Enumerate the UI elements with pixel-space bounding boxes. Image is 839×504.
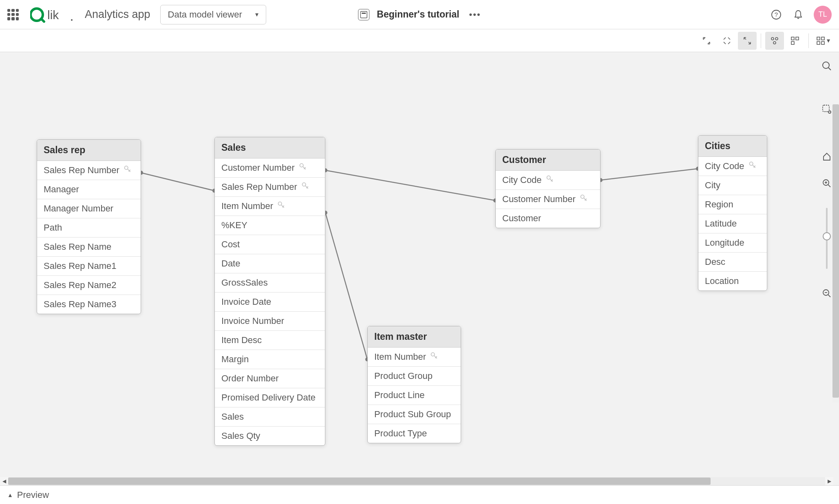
expand-all-icon[interactable] [738, 32, 757, 50]
field-row[interactable]: Item Number [215, 197, 325, 216]
field-row[interactable]: Customer Number [215, 158, 325, 178]
svg-point-9 [775, 37, 778, 40]
field-row[interactable]: Customer Number [496, 190, 600, 209]
field-row[interactable]: %KEY [215, 216, 325, 235]
field-row[interactable]: Region [698, 195, 767, 214]
svg-line-24 [325, 213, 367, 359]
internal-view-icon[interactable] [765, 32, 784, 50]
table-item_master[interactable]: Item masterItem NumberProduct GroupProdu… [367, 326, 461, 443]
field-name: Item Number [221, 201, 273, 211]
table-sales_rep[interactable]: Sales repSales Rep NumberManagerManager … [37, 139, 141, 314]
app-launcher-icon[interactable] [7, 9, 19, 20]
field-row[interactable]: Location [698, 272, 767, 291]
field-row[interactable]: Manager Number [37, 199, 141, 218]
sheet-icon[interactable] [358, 9, 369, 20]
field-row[interactable]: Sales Rep Name2 [37, 276, 141, 295]
field-row[interactable]: Manager [37, 180, 141, 199]
field-row[interactable]: Sales [215, 407, 325, 427]
app-header: lik Analytics app Data model viewer ▾ Be… [0, 0, 839, 29]
field-row[interactable]: Sales Rep Number [37, 161, 141, 180]
svg-line-47 [828, 295, 830, 297]
zoom-slider-handle[interactable] [823, 232, 831, 240]
field-row[interactable]: Sales Qty [215, 427, 325, 445]
notifications-icon[interactable] [792, 8, 805, 21]
field-row[interactable]: Product Line [368, 386, 461, 405]
field-row[interactable]: Item Desc [215, 331, 325, 350]
table-sales[interactable]: SalesCustomer NumberSales Rep NumberItem… [214, 137, 325, 446]
home-zoom-icon[interactable] [820, 150, 833, 163]
field-row[interactable]: Item Number [368, 348, 461, 367]
scroll-left-icon[interactable]: ◀ [0, 477, 8, 485]
svg-rect-13 [791, 42, 794, 44]
table-customer[interactable]: CustomerCity CodeCustomer NumberCustomer [495, 149, 601, 228]
breadcrumb-center: Beginner's tutorial ••• [358, 9, 481, 20]
field-row[interactable]: Sales Rep Name3 [37, 295, 141, 314]
vertical-scrollbar[interactable] [832, 104, 839, 403]
field-row[interactable]: Promised Delivery Date [215, 388, 325, 407]
grid-layout-dropdown[interactable]: ▾ [813, 32, 833, 50]
scroll-right-icon[interactable]: ▶ [825, 477, 833, 485]
svg-rect-11 [791, 37, 794, 40]
svg-point-37 [749, 162, 753, 165]
table-cities[interactable]: CitiesCity CodeCityRegionLatitudeLongitu… [698, 135, 767, 291]
field-row[interactable]: Invoice Number [215, 312, 325, 331]
data-model-canvas[interactable]: Sales repSales Rep NumberManagerManager … [0, 52, 839, 485]
field-row[interactable]: Customer [496, 209, 600, 228]
table-header[interactable]: Cities [698, 136, 767, 157]
field-name: %KEY [221, 220, 247, 231]
zoom-slider[interactable] [826, 208, 828, 269]
key-icon [277, 201, 285, 211]
field-row[interactable]: Latitude [698, 214, 767, 233]
table-header[interactable]: Customer [496, 150, 600, 171]
field-row[interactable]: Cost [215, 235, 325, 254]
field-row[interactable]: Order Number [215, 369, 325, 388]
table-header[interactable]: Sales rep [37, 140, 141, 161]
lasso-icon[interactable] [820, 103, 833, 116]
chevron-down-icon: ▾ [255, 11, 258, 18]
help-icon[interactable]: ? [770, 8, 783, 21]
field-row[interactable]: Sales Rep Number [215, 178, 325, 197]
preview-panel-header[interactable]: ▲ Preview [0, 485, 839, 504]
show-linked-icon[interactable] [718, 32, 736, 50]
expand-preview-icon[interactable]: ▲ [7, 492, 13, 498]
qlik-logo[interactable]: lik [30, 6, 75, 23]
horizontal-scroll-track[interactable] [8, 477, 825, 485]
zoom-out-icon[interactable] [820, 287, 833, 300]
horizontal-scroll-thumb[interactable] [8, 478, 711, 485]
field-name: Longitude [705, 238, 744, 248]
horizontal-scrollbar[interactable]: ◀ ▶ [0, 477, 833, 485]
field-row[interactable]: Product Type [368, 424, 461, 443]
field-name: Latitude [705, 218, 737, 229]
field-row[interactable]: Path [37, 218, 141, 238]
more-actions-icon[interactable]: ••• [469, 9, 481, 20]
field-row[interactable]: Product Sub Group [368, 405, 461, 424]
zoom-in-icon[interactable] [820, 177, 833, 190]
field-row[interactable]: City [698, 176, 767, 195]
field-row[interactable]: Invoice Date [215, 293, 325, 312]
layout-icon[interactable] [786, 32, 804, 50]
field-name: Margin [221, 354, 249, 365]
field-row[interactable]: Product Group [368, 367, 461, 386]
search-icon[interactable] [820, 59, 833, 73]
field-name: Order Number [221, 373, 279, 384]
field-row[interactable]: Date [215, 254, 325, 273]
field-row[interactable]: GrossSales [215, 273, 325, 293]
field-name: Desc [705, 257, 725, 267]
field-row[interactable]: Longitude [698, 233, 767, 253]
vertical-scroll-thumb[interactable] [832, 104, 839, 398]
field-name: Product Line [374, 390, 425, 401]
field-row[interactable]: Margin [215, 350, 325, 369]
key-icon [301, 182, 309, 192]
view-selector-dropdown[interactable]: Data model viewer ▾ [160, 5, 266, 24]
field-row[interactable]: Desc [698, 253, 767, 272]
user-avatar[interactable]: TL [814, 6, 832, 24]
collapse-all-icon[interactable] [697, 32, 716, 50]
table-header[interactable]: Item master [368, 326, 461, 348]
field-row[interactable]: City Code [698, 157, 767, 176]
field-row[interactable]: Sales Rep Name [37, 238, 141, 257]
view-toolbar: ▾ [0, 29, 839, 52]
tutorial-title[interactable]: Beginner's tutorial [377, 9, 459, 20]
field-row[interactable]: Sales Rep Name1 [37, 257, 141, 276]
field-row[interactable]: City Code [496, 171, 600, 190]
table-header[interactable]: Sales [215, 137, 325, 158]
